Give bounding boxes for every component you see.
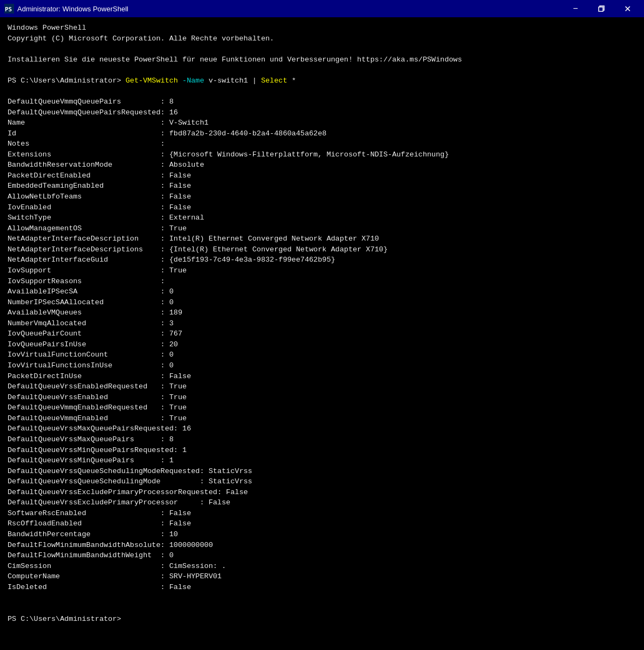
prop-value: : Absolute (161, 161, 204, 169)
table-row: DefaultQueueVrssExcludePrimaryProcessor … (8, 497, 636, 508)
prop-value: : False (200, 498, 230, 507)
table-row: PacketDirectEnabled : False (8, 170, 636, 181)
table-row: NetAdapterInterfaceGuid : {de15f193-7c49… (8, 255, 636, 265)
prop-name: DefaultQueueVmmqQueuePairsRequested (8, 107, 161, 118)
table-row: Name : V-Switch1 (8, 118, 636, 128)
table-row: IovQueuePairsInUse : 20 (8, 339, 636, 350)
prop-value: : CimSession: . (161, 562, 227, 570)
prop-value: : 189 (161, 309, 183, 317)
prop-value: : 1 (161, 456, 174, 464)
table-row: SoftwareRscEnabled : False (8, 508, 636, 519)
prop-value: : True (161, 393, 187, 401)
prompt: PS C:\Users\Administrator> (8, 77, 126, 85)
prop-value: : 20 (161, 340, 178, 348)
prop-value: : 0 (161, 361, 174, 370)
prop-name: DefaultQueueVrssEnabled (8, 392, 161, 403)
prop-name: IovQueuePairCount (8, 329, 161, 339)
titlebar: PS Administrator: Windows PowerShell − ✕ (0, 0, 644, 17)
end-prompt: PS C:\Users\Administrator> (8, 614, 636, 625)
table-row: DefaultQueueVmmqEnabled : True (8, 413, 636, 424)
prop-name: AllowNetLbfoTeams (8, 191, 161, 202)
prop-value: : False (161, 172, 191, 180)
prop-value: : True (161, 403, 187, 412)
prop-name: DefaultFlowMinimumBandwidthAbsolute (8, 540, 161, 551)
table-row: Id : fbd87a2b-230d-4640-b2a4-4860a45a62e… (8, 128, 636, 139)
table-row: IovEnabled : False (8, 202, 636, 213)
table-row: EmbeddedTeamingEnabled : False (8, 181, 636, 191)
table-row: IovVirtualFunctionsInUse : 0 (8, 360, 636, 371)
table-row: DefaultQueueVrssMaxQueuePairsRequested: … (8, 423, 636, 434)
table-row: IovSupportReasons : (8, 276, 636, 287)
table-row: NumberIPSecSAAllocated : 0 (8, 297, 636, 308)
close-button[interactable]: ✕ (615, 1, 640, 17)
restore-button[interactable] (589, 1, 614, 17)
prop-name: BandwidthPercentage (8, 529, 161, 540)
prop-name: IovQueuePairsInUse (8, 339, 161, 350)
prop-value: : True (161, 266, 187, 275)
table-row: SwitchType : External (8, 213, 636, 223)
table-row: BandwidthPercentage : 10 (8, 529, 636, 540)
prop-value: : False (161, 509, 191, 517)
prop-value: : 16 (174, 425, 191, 433)
minimize-button[interactable]: − (563, 1, 588, 17)
prop-name: IsDeleted (8, 582, 161, 593)
table-row: AllowManagementOS : True (8, 223, 636, 234)
titlebar-left: PS Administrator: Windows PowerShell (4, 4, 128, 13)
prop-name: PacketDirectInUse (8, 371, 161, 382)
prop-name: DefaultQueueVrssExcludePrimaryProcessorR… (8, 487, 217, 498)
prop-value: : False (217, 488, 248, 496)
restore-icon (598, 5, 605, 12)
command-star: * (287, 77, 296, 85)
prop-name: DefaultQueueVmmqEnabledRequested (8, 402, 161, 413)
prop-name: DefaultQueueVrssQueueSchedulingMode (8, 476, 200, 487)
titlebar-buttons: − ✕ (563, 1, 640, 17)
prop-name: DefaultQueueVrssEnabledRequested (8, 381, 161, 392)
prop-name: DefaultQueueVmmqEnabled (8, 413, 161, 424)
prop-name: NumberVmqAllocated (8, 318, 161, 329)
prop-value: : StaticVrss (200, 467, 252, 475)
prop-value: : V-Switch1 (161, 119, 209, 127)
prop-name: IovVirtualFunctionCount (8, 350, 161, 360)
prop-name: IovVirtualFunctionsInUse (8, 360, 161, 371)
prop-value: : 1 (174, 446, 187, 454)
prop-name: NumberIPSecSAAllocated (8, 297, 161, 308)
prop-value: : {de15f193-7c49-4e3a-9832-f99ee7462b95} (161, 256, 335, 264)
prop-name: SwitchType (8, 213, 161, 223)
prop-value: : {Intel(R) Ethernet Converged Network A… (161, 245, 388, 254)
command-pipe: | (248, 77, 261, 85)
table-row: PacketDirectInUse : False (8, 371, 636, 382)
prop-name: ComputerName (8, 571, 161, 582)
prop-name: DefaultQueueVrssMaxQueuePairs (8, 434, 161, 445)
prop-value: : 10 (161, 530, 178, 538)
prop-name: DefaultQueueVrssQueueSchedulingModeReque… (8, 466, 200, 477)
prop-name: DefaultQueueVrssExcludePrimaryProcessor (8, 497, 200, 508)
prop-value: : True (161, 224, 187, 232)
svg-text:PS: PS (5, 6, 12, 13)
prop-value: : SRV-HYPERV01 (161, 572, 222, 580)
table-row: Extensions : {Microsoft Windows-Filterpl… (8, 149, 636, 160)
prop-value: : False (161, 193, 191, 201)
prop-name: NetAdapterInterfaceDescriptions (8, 244, 161, 255)
prop-name: DefaultQueueVrssMaxQueuePairsRequested (8, 423, 174, 434)
prop-name: DefaultQueueVrssMinQueuePairsRequested (8, 445, 174, 456)
prop-name: Id (8, 128, 161, 139)
table-row: IovVirtualFunctionCount : 0 (8, 350, 636, 360)
svg-rect-2 (599, 7, 603, 11)
prop-value: : 0 (161, 298, 174, 306)
table-row: DefaultQueueVrssQueueSchedulingMode : St… (8, 476, 636, 487)
prop-name: Notes (8, 139, 161, 149)
command-name: Get-VMSwitch (126, 77, 178, 85)
table-row: DefaultQueueVrssQueueSchedulingModeReque… (8, 466, 636, 477)
table-row: DefaultQueueVrssExcludePrimaryProcessorR… (8, 487, 636, 498)
table-row: RscOffloadEnabled : False (8, 518, 636, 529)
prop-value: : {Microsoft Windows-Filterplattform, Mi… (161, 150, 449, 159)
prop-value: : (161, 277, 165, 285)
titlebar-title: Administrator: Windows PowerShell (17, 5, 128, 13)
prop-value: : Intel(R) Ethernet Converged Network Ad… (161, 235, 379, 243)
prop-value: : 16 (161, 108, 178, 117)
prop-value: : StaticVrss (200, 477, 252, 485)
table-row: NumberVmqAllocated : 3 (8, 318, 636, 329)
prop-value: : False (161, 583, 191, 591)
prop-name: NetAdapterInterfaceDescription (8, 234, 161, 244)
prop-name: RscOffloadEnabled (8, 518, 161, 529)
